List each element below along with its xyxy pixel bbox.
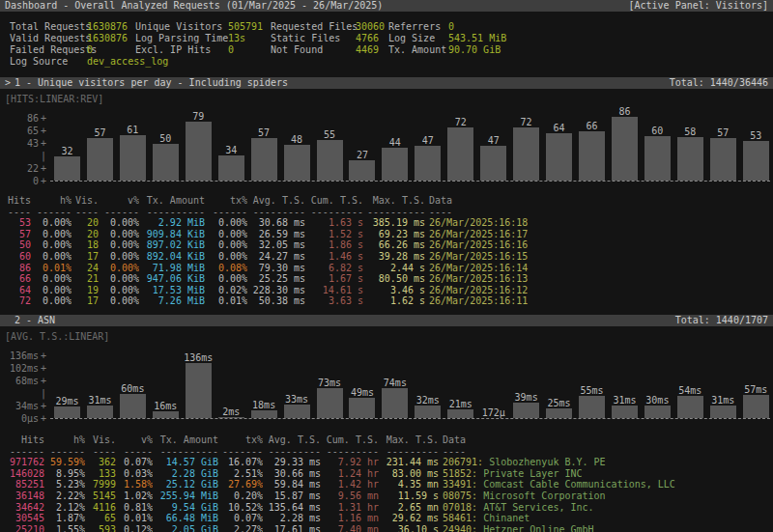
column-header: h% — [48, 434, 85, 446]
summary-value: 1630876 — [87, 21, 135, 33]
cell: 15.87 ms — [267, 490, 321, 502]
bar-value-label: 136ms — [184, 352, 213, 363]
data-text: 26/Mar/2025:16:17 — [429, 229, 528, 239]
panel-total: Total: 1440/36446 — [670, 77, 768, 89]
bar-value-label: 16ms — [154, 401, 177, 411]
axis-row: 43+ — [0, 137, 48, 150]
cell: 26.59 ms — [251, 229, 305, 240]
cell: 6.82 s — [309, 263, 363, 274]
table-row[interactable]: 97176259.59%3620.07%14.57 GiB16.07%29.33… — [6, 457, 773, 468]
cell: 79.30 ms — [251, 263, 305, 274]
data-text: 26/Mar/2025:16:12 — [429, 285, 528, 295]
bar-slot: 60ms — [120, 383, 146, 418]
bar-slot: 57 — [251, 127, 277, 181]
table-row[interactable]: 720.00%170.00%7.26 MiB0.01%50.38 ms3.63 … — [6, 295, 773, 307]
summary-label: Failed Requests — [10, 44, 87, 56]
table-header-row: Hitsh%Vis.v%Tx. Amounttx%Avg. T.S.Cum. T… — [6, 434, 773, 446]
bar-value-label: 57 — [717, 127, 729, 138]
column-header: tx% — [222, 434, 263, 446]
cell: 385.19 ms — [367, 217, 425, 229]
bar-slot: 74ms — [382, 378, 408, 418]
data-text: Chinanet — [483, 513, 530, 523]
summary-label: Excl. IP Hits — [135, 44, 228, 56]
cell: 1.24 hr — [325, 468, 379, 480]
bar-slot: 34 — [218, 145, 244, 181]
table-row[interactable]: 346422.12%41160.81%9.54 GiB10.52%135.64 … — [6, 502, 773, 514]
table-row[interactable]: 600.00%170.00%892.04 KiB0.00%24.27 ms1.4… — [6, 251, 773, 263]
table-row[interactable]: 500.00%180.00%897.02 KiB0.00%32.05 ms1.8… — [6, 239, 773, 251]
bar-value-label: 74ms — [384, 378, 407, 388]
table-row[interactable]: 852515.23%79991.58%25.12 GiB27.69%59.84 … — [6, 479, 773, 490]
cell: 0.07% — [120, 457, 153, 468]
bar — [447, 409, 473, 418]
cell: 80.50 ms — [367, 273, 425, 285]
table-row[interactable]: 640.00%190.00%17.53 MiB0.02%228.30 ms14.… — [6, 285, 773, 296]
table-row[interactable]: 361482.22%51451.02%255.94 MiB0.20%15.87 … — [6, 490, 773, 502]
bar-value-label: 29ms — [55, 396, 78, 406]
bar-value-label: 32 — [61, 146, 72, 156]
axis-tick-label: 0µs — [21, 412, 39, 425]
bar-slot: 48 — [284, 134, 310, 181]
bar-slot: 50 — [153, 133, 179, 181]
separator-dashes: ---- — [75, 207, 99, 218]
chart-mode-label: [HITS:LINEAR:REV] — [5, 94, 773, 104]
cell: 30545 — [6, 513, 44, 524]
axis-row: 86+ — [0, 112, 48, 125]
column-header: Tx. Amount — [157, 434, 218, 446]
cell: 86 — [6, 263, 31, 274]
table-row[interactable]: 1460288.95%1330.03%2.28 GiB2.51%30.66 ms… — [6, 468, 773, 480]
cell: 1.87% — [48, 513, 85, 524]
table-row[interactable]: 570.00%200.00%909.84 KiB0.00%26.59 ms1.5… — [6, 229, 773, 240]
table-row[interactable]: 660.00%210.00%947.06 KiB0.00%25.25 ms1.6… — [6, 273, 773, 285]
table-separator-row: ----------------------------------------… — [6, 446, 773, 458]
bar-slot: 25ms — [546, 398, 572, 418]
cell: 2.22% — [48, 490, 85, 502]
bar-value-label: 47 — [488, 135, 500, 146]
cell: 2.51% — [222, 468, 263, 480]
axis-row: 102ms+ — [0, 362, 48, 375]
panel-header-unique-visitors[interactable]: >1 - Unique visitors per day - Including… — [0, 77, 773, 89]
bar — [513, 127, 539, 181]
table-row[interactable]: 305451.87%650.01%66.48 MiB0.07%2.28 ms1.… — [6, 513, 773, 524]
bar-value-label: 48 — [291, 134, 302, 145]
table-row[interactable]: 860.01%240.00%71.98 MiB0.08%79.30 ms6.82… — [6, 263, 773, 274]
bar-slot: 86 — [612, 106, 638, 181]
bar — [644, 406, 671, 418]
summary-label: Static Files — [271, 33, 356, 44]
chart-mode-label: [AVG. T.S.:LINEAR] — [5, 331, 773, 342]
cell: 57 — [6, 229, 31, 240]
bar-value-label: 47 — [422, 135, 434, 146]
cell: 50 — [6, 239, 31, 251]
separator-dashes: ------ — [48, 446, 85, 458]
cell: 1.46 s — [309, 251, 363, 263]
data-text: 58461: — [443, 513, 483, 523]
cell: 1.58% — [120, 479, 153, 490]
summary-label: Not Found — [271, 44, 356, 56]
cell: 0.00% — [209, 217, 247, 229]
summary-value — [228, 56, 271, 68]
bar-value-label: 39ms — [515, 392, 538, 403]
axis-tick-mark: + — [39, 412, 48, 425]
cell: 7.92 hr — [325, 457, 379, 468]
bar — [743, 395, 769, 418]
panel-header-asn[interactable]: 2 - ASN Total: 1440/1707 — [0, 315, 773, 326]
bar-slot: 18ms — [251, 400, 277, 418]
summary-label: Valid Requests — [10, 33, 87, 44]
summary-value — [448, 56, 773, 68]
cell: 0.12% — [120, 524, 153, 532]
cell: 0.00% — [35, 239, 72, 251]
bar-slot: 39ms — [513, 392, 539, 418]
cell: 0.81% — [120, 502, 153, 514]
axis-tick-mark: + — [39, 175, 48, 187]
axis-tick-mark: + — [39, 112, 48, 125]
cell: 0.00% — [102, 239, 139, 251]
table-row[interactable]: 252101.55%5930.12%2.05 GiB2.27%17.61 ms7… — [6, 524, 773, 532]
cell: 4116 — [89, 502, 116, 514]
cell: 0.00% — [209, 229, 247, 240]
cell: 362 — [89, 457, 116, 468]
cell: 72 — [6, 295, 31, 307]
cell: 17.53 MiB — [143, 285, 205, 296]
cell: 20 — [75, 229, 99, 240]
bar-slot: 60 — [644, 126, 671, 181]
table-row[interactable]: 530.00%200.00%2.92 MiB0.00%30.68 ms1.63 … — [6, 217, 773, 229]
